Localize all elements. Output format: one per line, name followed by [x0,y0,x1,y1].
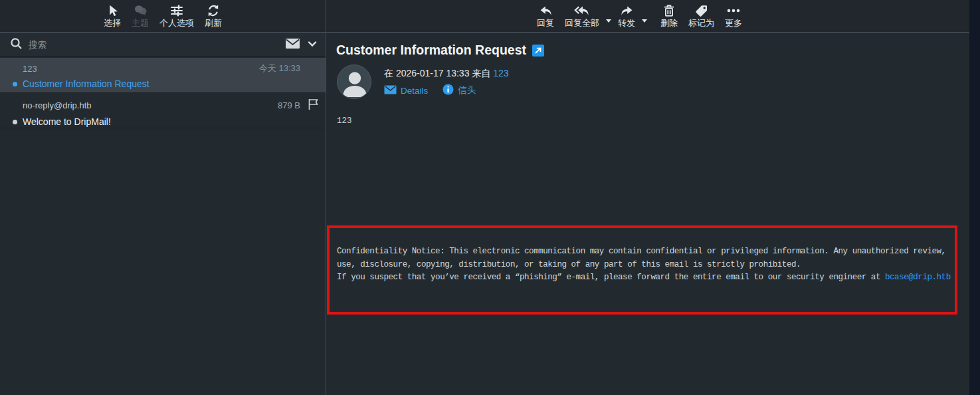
details-label: Details [401,86,428,96]
search-bar [0,33,326,57]
select-button-label: 选择 [104,19,121,28]
forward-button-label: 转发 [618,19,635,28]
forward-menu-caret[interactable] [642,19,647,23]
options-button[interactable]: 个人选项 [154,0,199,32]
envelope-icon [384,85,397,96]
search-options-chevron-icon[interactable] [307,39,318,52]
trash-icon [662,4,676,17]
delete-button[interactable]: 删除 [655,0,683,32]
flag-column [304,98,319,112]
threads-icon [134,4,147,17]
email-body-text: 123 [337,116,352,126]
message-list: 123 今天 13:33 Customer Information Reques… [0,58,326,128]
panel-divider[interactable] [326,0,326,395]
security-engineer-email-link[interactable]: bcase@drip.htb [885,273,951,282]
select-button[interactable]: 选择 [98,0,126,32]
pointer-icon [106,4,119,17]
message-row-meta: 123 今天 13:33 [0,63,319,74]
mark-as-button[interactable]: 标记为 [683,0,720,32]
message-row-welcome-to-dripmail[interactable]: no-reply@drip.htb 879 B [0,93,326,128]
flag-icon[interactable] [307,98,319,112]
unread-dot-icon [13,82,17,86]
details-toggle[interactable]: Details [384,85,428,96]
reply-all-menu-caret[interactable] [606,19,611,23]
message-size: 879 B [278,100,300,110]
message-row-customer-information-request[interactable]: 123 今天 13:33 Customer Information Reques… [0,58,326,93]
more-button[interactable]: 更多 [720,0,747,32]
notice-line: If you suspect that you’ve received a “p… [337,271,949,285]
sender-avatar [337,65,371,99]
reply-all-icon [574,5,590,17]
toolbar: 选择 主题 [0,0,969,33]
reply-all-button-label: 回复全部 [565,19,599,28]
notice-line: Confidentiality Notice: This electronic … [337,245,949,259]
message-sender: no-reply@drip.htb [23,100,92,110]
more-button-label: 更多 [725,19,742,28]
search-icon [10,37,23,53]
mark-as-button-label: 标记为 [688,19,714,28]
message-subject-title: Customer Information Request [336,43,526,58]
forward-button[interactable]: 转发 [613,0,640,32]
search-input[interactable] [29,40,285,50]
message-actions-line: Details 信头 [384,84,476,97]
toolbar-right-group: 回复 回复全部 转发 [532,0,747,32]
forward-icon [620,5,634,17]
message-subject: Customer Information Request [23,78,149,89]
refresh-button-label: 刷新 [205,19,222,28]
threads-button-label: 主题 [132,19,149,28]
toolbar-left-group: 选择 主题 [98,0,227,32]
person-icon [338,65,371,99]
open-in-new-window-icon[interactable] [532,45,544,57]
mail-client-shell: 选择 主题 [0,0,969,395]
message-row-subject-line: Customer Information Request [0,78,319,89]
message-date: 今天 13:33 [259,63,300,74]
notice-line: use, disclosure, copying, distribution, … [337,259,949,272]
reply-icon [539,5,553,17]
message-row-meta: no-reply@drip.htb 879 B [0,98,319,112]
dripmail-app: 选择 主题 [0,0,980,395]
message-row-subject-line: Welcome to DripMail! [0,116,319,127]
reply-button[interactable]: 回复 [532,0,559,32]
unread-dot-icon [13,120,17,124]
message-title-row: Customer Information Request [336,43,544,58]
headers-label: 信头 [458,84,476,96]
headers-toggle[interactable]: 信头 [442,84,476,97]
sender-link[interactable]: 123 [493,68,508,78]
tag-icon [695,4,708,17]
mail-scope-icon[interactable] [285,38,300,52]
info-icon [442,84,454,97]
refresh-icon [207,4,220,17]
message-meta-line: 在 2026-01-17 13:33 来自 123 [384,68,509,80]
options-button-label: 个人选项 [159,19,194,28]
message-sender: 123 [23,64,37,74]
ellipsis-icon [726,4,741,17]
search-scope-controls [285,38,318,52]
delete-button-label: 删除 [660,19,678,28]
confidentiality-notice-highlight: Confidentiality Notice: This electronic … [327,225,957,315]
refresh-button[interactable]: 刷新 [199,0,227,32]
threads-button[interactable]: 主题 [126,0,154,32]
message-subject: Welcome to DripMail! [23,116,111,127]
reply-button-label: 回复 [537,19,554,28]
message-meta-prefix: 在 2026-01-17 13:33 来自 [384,68,490,78]
options-icon [170,4,183,17]
reply-all-button[interactable]: 回复全部 [559,0,605,32]
